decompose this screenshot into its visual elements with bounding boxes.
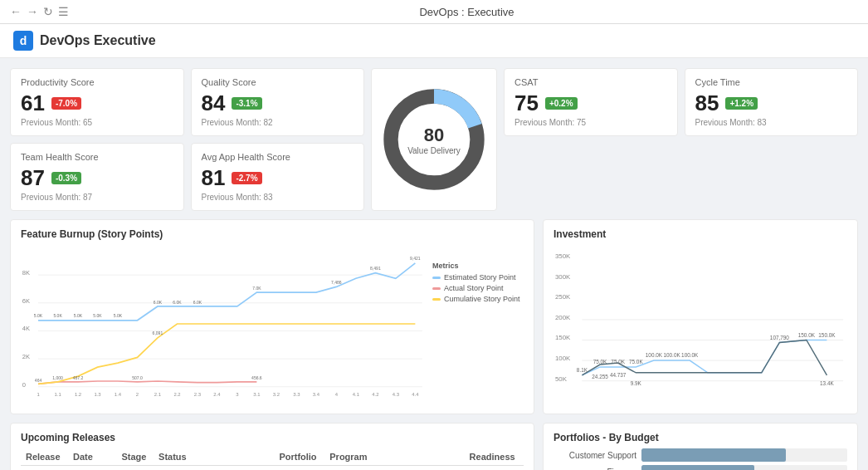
kpi-value-row: 81 -2.7% — [202, 165, 354, 191]
svg-text:5.0K: 5.0K — [53, 313, 62, 318]
window-title: DevOps : Executive — [76, 6, 858, 18]
portfolio-bar-wrap — [641, 465, 847, 470]
releases-tbody: R8.6.7 1/2/2018 DEV Approved - Move To P… — [21, 466, 524, 471]
kpi-label: Productivity Score — [21, 77, 173, 87]
svg-text:1.1: 1.1 — [55, 392, 61, 397]
svg-text:1.4: 1.4 — [115, 392, 122, 397]
legend-item-cumulative: Cumulative Story Point — [432, 295, 524, 303]
releases-thead: Release Date Stage Status Portfolio Prog… — [21, 448, 524, 466]
svg-text:2.2: 2.2 — [173, 392, 180, 397]
kpi-badge: -7.0% — [51, 97, 81, 110]
legend-color-cumulative — [432, 298, 441, 301]
col-status: Status — [154, 448, 274, 466]
svg-text:200K: 200K — [555, 314, 571, 321]
kpi-badge: +1.2% — [725, 97, 758, 110]
kpi-card-teamhealth: Team Health Score 87 -0.3% Previous Mont… — [10, 143, 184, 211]
svg-text:2.4: 2.4 — [213, 392, 221, 397]
bottom-row: Upcoming Releases Release Date Stage Sta… — [10, 423, 858, 470]
portfolio-label: Finance — [553, 468, 636, 471]
svg-text:1: 1 — [37, 392, 39, 397]
svg-text:6,091: 6,091 — [153, 330, 163, 335]
kpi-label: Quality Score — [202, 77, 354, 87]
svg-text:8,491: 8,491 — [370, 266, 381, 271]
kpi-value: 87 — [21, 165, 45, 191]
kpi-value-row: 85 +1.2% — [695, 91, 848, 116]
investment-svg: 50K 100K 150K 200K 250K 300K 350K 8.1K 7… — [553, 245, 847, 386]
svg-text:1,000: 1,000 — [52, 375, 63, 380]
svg-text:100.0K: 100.0K — [681, 352, 699, 358]
releases-card: Upcoming Releases Release Date Stage Sta… — [10, 423, 534, 470]
svg-text:4.3: 4.3 — [393, 392, 400, 397]
svg-text:9.9K: 9.9K — [631, 380, 642, 386]
kpi-value: 61 — [21, 91, 45, 116]
svg-text:5.0K: 5.0K — [114, 313, 123, 318]
legend-color-actual — [432, 287, 441, 290]
svg-text:0: 0 — [22, 381, 26, 389]
svg-text:2.1: 2.1 — [154, 392, 161, 397]
svg-text:5.0K: 5.0K — [74, 313, 83, 318]
kpi-badge: -2.7% — [232, 172, 261, 184]
cell-release: R8.6.7 — [21, 466, 68, 471]
kpi-prev: Previous Month: 87 — [21, 193, 173, 202]
kpi-value-row: 61 -7.0% — [21, 91, 173, 116]
forward-icon[interactable]: → — [27, 5, 38, 18]
kpi-card-csat: CSAT 75 +0.2% Previous Month: 75 — [504, 68, 678, 136]
svg-text:3.1: 3.1 — [253, 392, 260, 397]
svg-text:7,486: 7,486 — [331, 280, 342, 285]
kpi-value-row: 87 -0.3% — [21, 165, 173, 191]
burnup-content: 0 2K 4K 6K 8K — [21, 245, 524, 405]
burnup-title: Feature Burnup (Story Points) — [21, 228, 524, 240]
svg-text:1.3: 1.3 — [94, 392, 101, 397]
svg-text:100K: 100K — [555, 355, 571, 362]
col-portfolio: Portfolio — [274, 448, 324, 466]
kpi-badge: -3.1% — [232, 97, 261, 110]
svg-text:1.2: 1.2 — [75, 392, 81, 397]
app-title: DevOps Executive — [40, 33, 156, 48]
cell-portfolio: IT — [274, 466, 324, 471]
portfolio-bar-wrap — [641, 448, 847, 462]
donut-label: Value Delivery — [407, 146, 461, 155]
kpi-value: 85 — [695, 91, 719, 116]
svg-text:100.0K: 100.0K — [646, 352, 663, 358]
svg-text:75.0K: 75.0K — [593, 359, 607, 365]
legend-label-cumulative: Cumulative Story Point — [444, 295, 520, 303]
svg-text:5.0K: 5.0K — [34, 313, 43, 318]
svg-text:3.3: 3.3 — [293, 392, 300, 397]
menu-icon[interactable]: ☰ — [58, 5, 69, 18]
kpi-prev: Previous Month: 82 — [202, 118, 354, 127]
portfolios-title: Portfolios - By Budget — [553, 432, 847, 443]
back-icon[interactable]: ← — [10, 5, 22, 18]
svg-text:150.0K: 150.0K — [798, 332, 816, 338]
svg-text:507.0: 507.0 — [132, 375, 143, 380]
refresh-icon[interactable]: ↻ — [43, 5, 53, 18]
kpi-card-apphealth: Avg App Health Score 81 -2.7% Previous M… — [191, 143, 365, 211]
legend-color-estimated — [432, 277, 441, 279]
app-logo: d — [13, 31, 33, 51]
svg-text:75.0K: 75.0K — [629, 359, 643, 365]
svg-text:100.0K: 100.0K — [663, 352, 680, 358]
investment-card: Investment 50K 100K 150K 200K 250K 300K … — [543, 219, 858, 414]
donut-chart: 80 Value Delivery — [380, 86, 488, 193]
svg-text:2K: 2K — [22, 353, 30, 360]
kpi-card-cycletime: Cycle Time 85 +1.2% Previous Month: 83 — [685, 68, 859, 136]
svg-text:6.0K: 6.0K — [173, 300, 182, 305]
svg-text:3.4: 3.4 — [313, 392, 320, 397]
svg-text:4.2: 4.2 — [372, 392, 378, 397]
legend-item-estimated: Estimated Story Point — [432, 273, 524, 282]
svg-text:4: 4 — [335, 392, 339, 397]
nav-icons: ← → ↻ ☰ — [10, 5, 69, 18]
kpi-row: Productivity Score 61 -7.0% Previous Mon… — [10, 68, 858, 211]
kpi-prev: Previous Month: 83 — [202, 193, 354, 202]
legend-label-estimated: Estimated Story Point — [444, 273, 516, 282]
burnup-svg: 0 2K 4K 6K 8K — [21, 245, 426, 403]
svg-text:3.2: 3.2 — [273, 392, 280, 397]
svg-text:8K: 8K — [22, 269, 30, 277]
dashboard: Productivity Score 61 -7.0% Previous Mon… — [0, 58, 868, 470]
legend: Estimated Story Point Actual Story Point… — [432, 273, 524, 303]
kpi-value: 75 — [514, 91, 539, 116]
donut-center: 80 Value Delivery — [407, 125, 461, 155]
svg-text:107,790: 107,790 — [770, 335, 789, 340]
list-item: Finance — [553, 465, 847, 470]
portfolio-list: Customer Support Finance Human Resources — [553, 448, 847, 470]
kpi-badge: +0.2% — [545, 97, 578, 110]
